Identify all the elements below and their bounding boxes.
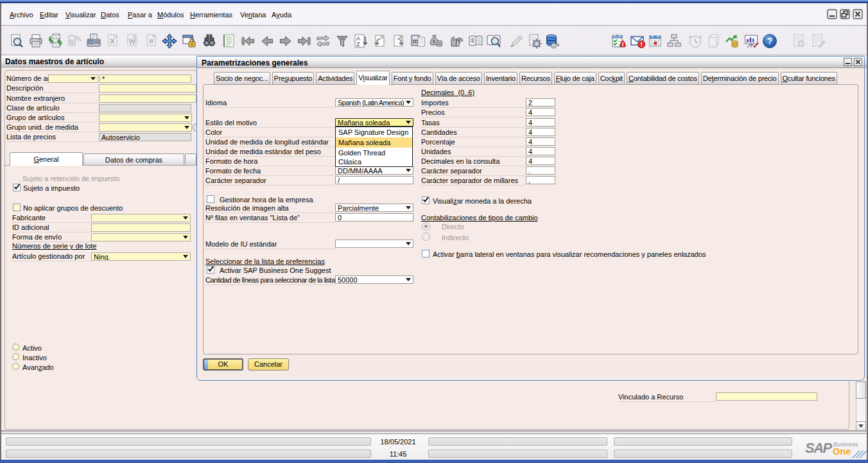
svg-text:?: ?	[767, 36, 773, 46]
svg-text:$: $	[471, 37, 474, 44]
svg-text:Z: Z	[356, 41, 360, 48]
svg-text:$: $	[433, 39, 435, 44]
